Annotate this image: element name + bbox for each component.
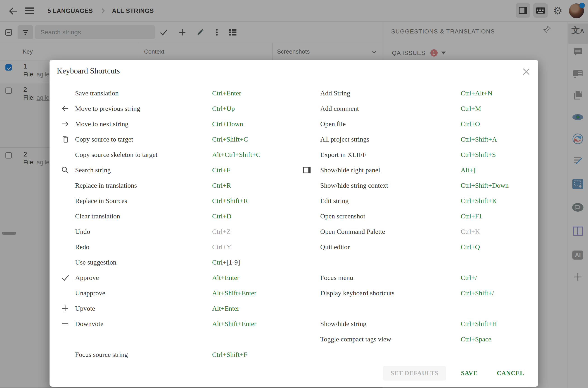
shortcut-keys[interactable]: Ctrl+Q — [461, 243, 531, 251]
key-combo-segment: Ctrl+Shift+C — [212, 135, 248, 143]
shortcut-keys[interactable]: Ctrl+Shift+H — [461, 320, 531, 328]
key-combo-segment: Ctrl+M — [461, 105, 481, 112]
arrow-right-icon — [61, 120, 75, 128]
key-combo-segment: Ctrl+Shift+F — [212, 351, 247, 358]
shortcut-row: Clear translationCtrl+D — [61, 208, 296, 224]
key-combo-segment: Alt+Shift+Enter — [212, 320, 256, 327]
shortcut-keys[interactable]: Alt+Shift+Enter — [212, 289, 296, 297]
shortcut-action-label: Move to previous string — [75, 105, 212, 112]
shortcut-keys[interactable]: Ctrl+Shift+A — [461, 135, 531, 143]
shortcut-keys[interactable]: Ctrl+F1 — [461, 212, 531, 220]
shortcut-action-label: Display keyboard shortcuts — [320, 289, 461, 297]
key-combo-segment: Ctrl+Shift+H — [461, 320, 497, 327]
shortcut-row: UnapproveAlt+Shift+Enter — [61, 285, 296, 301]
shortcut-row: Save translationCtrl+Enter — [61, 85, 296, 101]
copy-icon — [61, 135, 75, 143]
shortcut-row: Copy source to targetCtrl+Shift+C — [61, 132, 296, 147]
shortcut-action-label: Upvote — [75, 305, 212, 312]
shortcut-row: Display keyboard shortcutsCtrl+Shift+/ — [303, 285, 531, 301]
key-combo-segment: Ctrl+Shift+S — [461, 151, 496, 158]
shortcut-keys[interactable]: Ctrl+Space — [461, 335, 531, 343]
shortcut-keys[interactable]: Ctrl+M — [461, 105, 531, 112]
shortcut-keys[interactable]: Ctrl+Z — [212, 228, 296, 235]
shortcut-action-label: Use suggestion — [75, 258, 212, 266]
shortcut-row: UpvoteAlt+Enter — [61, 301, 296, 316]
key-combo-segment: Ctrl+Shift+Down — [461, 182, 509, 189]
shortcut-action-label: Move to next string — [75, 120, 212, 128]
close-icon[interactable] — [521, 67, 532, 77]
shortcut-keys[interactable]: Ctrl+Shift+S — [461, 151, 531, 159]
shortcut-action-label: Toggle compact tags view — [320, 335, 461, 343]
shortcut-keys[interactable]: Ctrl+Shift+/ — [461, 289, 531, 297]
search-icon — [61, 166, 75, 174]
shortcut-action-label: Redo — [75, 243, 212, 251]
shortcut-row: Copy source skeleton to targetAlt+Ctrl+S… — [61, 147, 296, 162]
shortcut-keys[interactable]: Ctrl+Shift+C — [212, 135, 296, 143]
shortcut-row: Show/hide stringCtrl+Shift+H — [303, 316, 531, 332]
shortcut-row-spacer — [303, 255, 531, 270]
shortcut-row: Show/hide right panelAlt+] — [303, 162, 531, 178]
shortcut-row: Toggle compact tags viewCtrl+Space — [303, 332, 531, 347]
shortcut-keys[interactable]: Ctrl+Down — [212, 120, 296, 128]
dialog-footer: SET DEFAULTS SAVE CANCEL — [383, 366, 526, 381]
minus-icon — [61, 320, 75, 328]
shortcut-action-label: Downvote — [75, 320, 212, 328]
shortcut-keys[interactable]: Ctrl+Shift+R — [212, 197, 296, 205]
key-combo-segment: Alt+Enter — [212, 274, 239, 281]
shortcut-action-label: All project strings — [320, 135, 461, 143]
shortcut-action-label: Undo — [75, 228, 212, 235]
key-combo-segment: Ctrl+D — [212, 212, 231, 220]
shortcut-keys[interactable]: Alt+Ctrl+Shift+C — [212, 151, 296, 159]
shortcut-keys[interactable]: Alt+Shift+Enter — [212, 320, 296, 328]
shortcut-action-label: Approve — [75, 274, 212, 282]
set-defaults-button[interactable]: SET DEFAULTS — [383, 366, 446, 381]
shortcut-action-label: Open file — [320, 120, 461, 128]
shortcut-keys[interactable]: Ctrl+Alt+N — [461, 89, 531, 97]
shortcut-keys[interactable]: Alt+Enter — [212, 305, 296, 312]
shortcut-action-label: Replace in translations — [75, 182, 212, 189]
key-combo-segment: Ctrl+/ — [461, 274, 477, 281]
plus-icon — [61, 304, 75, 313]
shortcut-keys[interactable]: Ctrl+Shift+F — [212, 351, 296, 358]
shortcut-row: ApproveAlt+Enter — [61, 270, 296, 285]
shortcut-row: DownvoteAlt+Shift+Enter — [61, 316, 296, 332]
shortcut-keys[interactable]: Ctrl+O — [461, 120, 531, 128]
key-combo-segment: Ctrl+Shift+R — [212, 197, 248, 204]
shortcut-row: Replace in SourcesCtrl+Shift+R — [61, 193, 296, 208]
shortcut-keys[interactable]: Ctrl+Up — [212, 105, 296, 112]
shortcut-row: Focus source stringCtrl+Shift+F — [61, 347, 296, 362]
shortcut-keys[interactable]: Alt+] — [461, 166, 531, 174]
arrow-left-icon — [61, 104, 75, 113]
shortcut-keys[interactable]: Ctrl+/ — [461, 274, 531, 282]
shortcut-row-spacer — [61, 332, 296, 347]
cancel-button[interactable]: CANCEL — [497, 370, 524, 377]
shortcut-row: Focus menuCtrl+/ — [303, 270, 531, 285]
shortcut-keys[interactable]: Ctrl+Enter — [212, 89, 296, 97]
key-combo-segment: Ctrl+R — [212, 182, 231, 189]
shortcut-keys[interactable]: Ctrl+Shift+K — [461, 197, 531, 205]
shortcut-keys[interactable]: Ctrl+Shift+Down — [461, 182, 531, 189]
key-combo-segment: Ctrl+Alt+N — [461, 89, 492, 97]
shortcut-row: UndoCtrl+Z — [61, 224, 296, 239]
shortcut-row: Quit editorCtrl+Q — [303, 239, 531, 255]
shortcut-keys[interactable]: Ctrl+Y — [212, 243, 296, 251]
shortcut-action-label: Show/hide right panel — [320, 166, 461, 174]
shortcut-action-label: Clear translation — [75, 212, 212, 220]
key-combo-segment: Ctrl+Y — [212, 243, 231, 250]
shortcut-row: Search stringCtrl+F — [61, 162, 296, 178]
key-combo-segment: Ctrl+F — [212, 166, 230, 174]
panel-icon — [303, 166, 320, 174]
shortcut-row: Open fileCtrl+O — [303, 116, 531, 132]
shortcut-keys[interactable]: Ctrl+[1-9] — [212, 258, 296, 266]
shortcut-keys[interactable]: Ctrl+R — [212, 182, 296, 189]
shortcut-action-label: Export in XLIFF — [320, 151, 461, 159]
shortcut-keys[interactable]: Alt+Enter — [212, 274, 296, 282]
shortcut-row: RedoCtrl+Y — [61, 239, 296, 255]
shortcut-keys[interactable]: Ctrl+F — [212, 166, 296, 174]
shortcut-keys[interactable]: Ctrl+K — [461, 228, 531, 235]
save-button[interactable]: SAVE — [461, 370, 477, 377]
dialog-title: Keyboard Shortcuts — [57, 67, 120, 75]
key-combo-segment: Alt+Enter — [212, 305, 239, 312]
shortcuts-column-right: Add StringCtrl+Alt+NAdd commentCtrl+MOpe… — [303, 85, 531, 347]
shortcut-keys[interactable]: Ctrl+D — [212, 212, 296, 220]
